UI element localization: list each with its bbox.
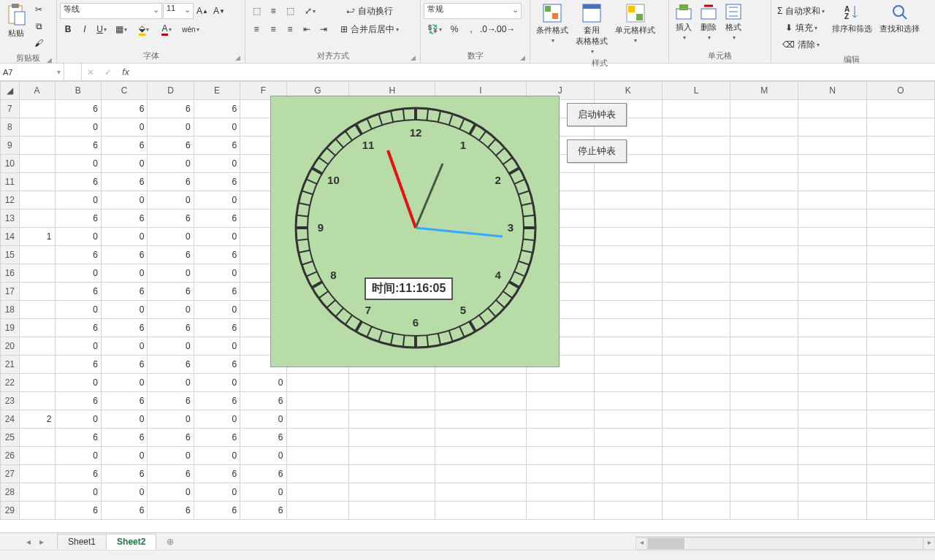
copy-button[interactable]: ⧉ (31, 18, 47, 34)
cell-M11[interactable] (730, 173, 798, 191)
cell-C23[interactable]: 6 (101, 392, 147, 410)
scroll-right-button[interactable]: ▸ (923, 537, 935, 550)
cell-L19[interactable] (662, 319, 730, 337)
cell-A10[interactable] (19, 155, 55, 173)
cell-B9[interactable]: 6 (55, 137, 101, 155)
cell-E17[interactable]: 6 (194, 283, 240, 301)
cell-L20[interactable] (662, 337, 730, 356)
align-middle-button[interactable]: ≡ (265, 3, 281, 19)
cell-N12[interactable] (798, 191, 866, 210)
cell-E22[interactable]: 0 (194, 374, 240, 392)
cell-O29[interactable] (866, 502, 934, 520)
cell-E14[interactable]: 0 (194, 228, 240, 246)
cell-C20[interactable]: 0 (101, 337, 147, 356)
scroll-thumb[interactable] (648, 538, 684, 549)
cell-K26[interactable] (594, 447, 662, 465)
comma-button[interactable]: , (463, 21, 479, 37)
cell-M25[interactable] (730, 429, 798, 447)
cell-A21[interactable] (19, 356, 55, 374)
cell-O14[interactable] (866, 228, 934, 246)
format-painter-button[interactable]: 🖌 (31, 35, 47, 51)
cell-H25[interactable] (349, 429, 435, 447)
row-header-18[interactable]: 18 (1, 301, 20, 319)
cell-L23[interactable] (662, 392, 730, 410)
cell-E26[interactable]: 0 (194, 447, 240, 465)
cell-K20[interactable] (594, 337, 662, 356)
cell-D25[interactable]: 6 (148, 429, 194, 447)
cell-L27[interactable] (662, 465, 730, 483)
col-header-K[interactable]: K (594, 82, 662, 100)
cell-B22[interactable]: 0 (55, 374, 101, 392)
row-header-26[interactable]: 26 (1, 447, 20, 465)
cell-H24[interactable] (349, 410, 435, 429)
cell-G29[interactable] (286, 502, 349, 520)
cell-J29[interactable] (526, 502, 594, 520)
cell-M29[interactable] (730, 502, 798, 520)
cell-E25[interactable]: 6 (194, 429, 240, 447)
col-header-A[interactable]: A (19, 82, 55, 100)
row-header-21[interactable]: 21 (1, 356, 20, 374)
cell-C28[interactable]: 0 (101, 483, 147, 502)
row-header-20[interactable]: 20 (1, 337, 20, 356)
cell-O15[interactable] (866, 246, 934, 264)
cell-D16[interactable]: 0 (148, 264, 194, 283)
cell-F24[interactable]: 0 (240, 410, 286, 429)
insert-button[interactable]: 插入▾ (672, 1, 695, 42)
cell-N17[interactable] (798, 283, 866, 301)
cell-B16[interactable]: 0 (55, 264, 101, 283)
cell-B25[interactable]: 6 (55, 429, 101, 447)
cell-I23[interactable] (435, 392, 526, 410)
cell-D29[interactable]: 6 (148, 502, 194, 520)
cell-B29[interactable]: 6 (55, 502, 101, 520)
cell-E21[interactable]: 6 (194, 356, 240, 374)
cell-N8[interactable] (798, 118, 866, 137)
italic-button[interactable]: I (77, 21, 93, 37)
cell-H26[interactable] (349, 447, 435, 465)
cell-A23[interactable] (19, 392, 55, 410)
align-top-button[interactable]: ⬚ (248, 3, 264, 19)
cell-L25[interactable] (662, 429, 730, 447)
cell-B21[interactable]: 6 (55, 356, 101, 374)
cell-B26[interactable]: 0 (55, 447, 101, 465)
cell-C13[interactable]: 6 (101, 210, 147, 228)
cell-I28[interactable] (435, 483, 526, 502)
cell-C16[interactable]: 0 (101, 264, 147, 283)
cell-M9[interactable] (730, 137, 798, 155)
cell-O21[interactable] (866, 356, 934, 374)
cell-L16[interactable] (662, 264, 730, 283)
cell-F26[interactable]: 0 (240, 447, 286, 465)
orientation-button[interactable]: ⤢▾ (299, 3, 321, 19)
cell-C15[interactable]: 6 (101, 246, 147, 264)
cell-G24[interactable] (286, 410, 349, 429)
cell-O12[interactable] (866, 191, 934, 210)
indent-increase-button[interactable]: ⇥ (316, 21, 332, 37)
cell-N22[interactable] (798, 374, 866, 392)
row-header-19[interactable]: 19 (1, 319, 20, 337)
cancel-formula-button[interactable]: ✕ (82, 64, 99, 80)
cell-O11[interactable] (866, 173, 934, 191)
cell-O10[interactable] (866, 155, 934, 173)
add-sheet-button[interactable]: ⊕ (161, 537, 179, 547)
align-right-button[interactable]: ≡ (282, 21, 298, 37)
cell-N18[interactable] (798, 301, 866, 319)
row-header-11[interactable]: 11 (1, 173, 20, 191)
cell-L7[interactable] (662, 100, 730, 118)
cell-B18[interactable]: 0 (55, 301, 101, 319)
cell-B7[interactable]: 6 (55, 100, 101, 118)
cell-C14[interactable]: 0 (101, 228, 147, 246)
cell-M17[interactable] (730, 283, 798, 301)
cell-I29[interactable] (435, 502, 526, 520)
row-header-9[interactable]: 9 (1, 137, 20, 155)
cell-A26[interactable] (19, 447, 55, 465)
cell-M8[interactable] (730, 118, 798, 137)
cell-C18[interactable]: 0 (101, 301, 147, 319)
scroll-left-button[interactable]: ◂ (636, 537, 647, 550)
cell-J26[interactable] (526, 447, 594, 465)
cell-N11[interactable] (798, 173, 866, 191)
cell-B24[interactable]: 0 (55, 410, 101, 429)
cell-O25[interactable] (866, 429, 934, 447)
cell-M26[interactable] (730, 447, 798, 465)
cell-C27[interactable]: 6 (101, 465, 147, 483)
cell-B27[interactable]: 6 (55, 465, 101, 483)
cell-K19[interactable] (594, 319, 662, 337)
